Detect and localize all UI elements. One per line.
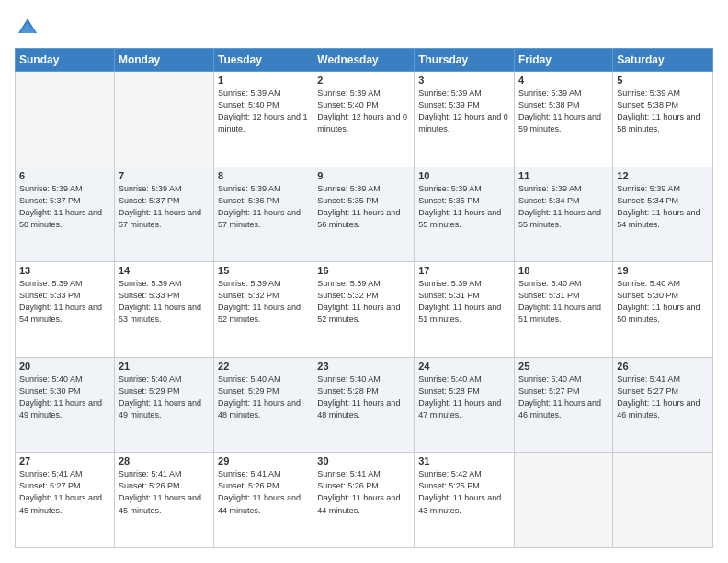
day-info: Sunrise: 5:40 AMSunset: 5:28 PMDaylight:… — [317, 373, 410, 421]
day-info: Sunrise: 5:41 AMSunset: 5:26 PMDaylight:… — [317, 468, 410, 516]
calendar-cell — [16, 72, 115, 167]
calendar-cell: 21Sunrise: 5:40 AMSunset: 5:29 PMDayligh… — [114, 357, 213, 453]
weekday-header-tuesday: Tuesday — [214, 49, 313, 72]
day-number: 25 — [518, 361, 609, 372]
calendar-cell: 28Sunrise: 5:41 AMSunset: 5:26 PMDayligh… — [114, 453, 213, 548]
day-info: Sunrise: 5:39 AMSunset: 5:34 PMDaylight:… — [617, 183, 709, 231]
calendar-cell: 7Sunrise: 5:39 AMSunset: 5:37 PMDaylight… — [114, 167, 213, 262]
day-number: 30 — [317, 455, 410, 466]
day-info: Sunrise: 5:39 AMSunset: 5:39 PMDaylight:… — [418, 87, 510, 135]
day-info: Sunrise: 5:40 AMSunset: 5:29 PMDaylight:… — [119, 373, 210, 421]
calendar-cell: 6Sunrise: 5:39 AMSunset: 5:37 PMDaylight… — [16, 167, 115, 262]
calendar-cell: 25Sunrise: 5:40 AMSunset: 5:27 PMDayligh… — [515, 357, 613, 453]
day-info: Sunrise: 5:39 AMSunset: 5:38 PMDaylight:… — [617, 87, 709, 135]
day-number: 20 — [19, 361, 110, 372]
day-number: 17 — [418, 265, 510, 276]
day-number: 31 — [418, 455, 510, 466]
calendar-cell: 14Sunrise: 5:39 AMSunset: 5:33 PMDayligh… — [114, 262, 213, 358]
calendar-cell: 9Sunrise: 5:39 AMSunset: 5:35 PMDaylight… — [313, 167, 415, 262]
day-number: 1 — [218, 75, 309, 86]
day-info: Sunrise: 5:41 AMSunset: 5:27 PMDaylight:… — [19, 468, 110, 516]
day-number: 21 — [119, 361, 210, 372]
day-number: 14 — [119, 265, 210, 276]
weekday-header-friday: Friday — [515, 49, 613, 72]
day-number: 28 — [119, 455, 210, 466]
calendar-cell: 5Sunrise: 5:39 AMSunset: 5:38 PMDaylight… — [613, 72, 713, 167]
calendar-cell: 29Sunrise: 5:41 AMSunset: 5:26 PMDayligh… — [214, 453, 313, 548]
calendar-cell: 12Sunrise: 5:39 AMSunset: 5:34 PMDayligh… — [613, 167, 713, 262]
day-number: 3 — [418, 75, 510, 86]
day-number: 5 — [617, 75, 709, 86]
weekday-header-monday: Monday — [114, 49, 213, 72]
day-info: Sunrise: 5:39 AMSunset: 5:40 PMDaylight:… — [218, 87, 309, 135]
calendar-cell: 30Sunrise: 5:41 AMSunset: 5:26 PMDayligh… — [313, 453, 415, 548]
day-number: 18 — [518, 265, 609, 276]
day-number: 19 — [617, 265, 709, 276]
day-info: Sunrise: 5:39 AMSunset: 5:40 PMDaylight:… — [317, 87, 410, 135]
day-number: 12 — [617, 170, 709, 181]
day-info: Sunrise: 5:39 AMSunset: 5:35 PMDaylight:… — [317, 183, 410, 231]
day-info: Sunrise: 5:39 AMSunset: 5:32 PMDaylight:… — [218, 278, 309, 326]
day-number: 26 — [617, 361, 709, 372]
day-info: Sunrise: 5:40 AMSunset: 5:27 PMDaylight:… — [518, 373, 609, 421]
day-number: 11 — [518, 170, 609, 181]
calendar-cell: 24Sunrise: 5:40 AMSunset: 5:28 PMDayligh… — [415, 357, 515, 453]
calendar-cell: 13Sunrise: 5:39 AMSunset: 5:33 PMDayligh… — [16, 262, 115, 358]
day-info: Sunrise: 5:39 AMSunset: 5:34 PMDaylight:… — [518, 183, 609, 231]
day-info: Sunrise: 5:39 AMSunset: 5:37 PMDaylight:… — [19, 183, 110, 231]
day-number: 9 — [317, 170, 410, 181]
weekday-header-wednesday: Wednesday — [313, 49, 415, 72]
day-number: 7 — [119, 170, 210, 181]
day-number: 15 — [218, 265, 309, 276]
day-number: 2 — [317, 75, 410, 86]
calendar-cell: 31Sunrise: 5:42 AMSunset: 5:25 PMDayligh… — [415, 453, 515, 548]
day-number: 27 — [19, 455, 110, 466]
calendar-cell: 11Sunrise: 5:39 AMSunset: 5:34 PMDayligh… — [515, 167, 613, 262]
calendar-cell: 15Sunrise: 5:39 AMSunset: 5:32 PMDayligh… — [214, 262, 313, 358]
day-info: Sunrise: 5:39 AMSunset: 5:31 PMDaylight:… — [418, 278, 510, 326]
day-number: 13 — [19, 265, 110, 276]
calendar-cell: 18Sunrise: 5:40 AMSunset: 5:31 PMDayligh… — [515, 262, 613, 358]
day-number: 22 — [218, 361, 309, 372]
calendar-cell — [613, 453, 713, 548]
day-number: 10 — [418, 170, 510, 181]
day-info: Sunrise: 5:39 AMSunset: 5:33 PMDaylight:… — [19, 278, 110, 326]
day-info: Sunrise: 5:40 AMSunset: 5:31 PMDaylight:… — [518, 278, 609, 326]
day-info: Sunrise: 5:39 AMSunset: 5:35 PMDaylight:… — [418, 183, 510, 231]
weekday-header-sunday: Sunday — [16, 49, 115, 72]
day-info: Sunrise: 5:40 AMSunset: 5:30 PMDaylight:… — [19, 373, 110, 421]
day-number: 29 — [218, 455, 309, 466]
logo — [15, 15, 44, 40]
day-info: Sunrise: 5:39 AMSunset: 5:36 PMDaylight:… — [218, 183, 309, 231]
day-number: 8 — [218, 170, 309, 181]
calendar-cell: 19Sunrise: 5:40 AMSunset: 5:30 PMDayligh… — [613, 262, 713, 358]
calendar-cell: 20Sunrise: 5:40 AMSunset: 5:30 PMDayligh… — [16, 357, 115, 453]
day-info: Sunrise: 5:41 AMSunset: 5:27 PMDaylight:… — [617, 373, 709, 421]
calendar-cell: 4Sunrise: 5:39 AMSunset: 5:38 PMDaylight… — [515, 72, 613, 167]
calendar-cell: 22Sunrise: 5:40 AMSunset: 5:29 PMDayligh… — [214, 357, 313, 453]
calendar-cell: 1Sunrise: 5:39 AMSunset: 5:40 PMDaylight… — [214, 72, 313, 167]
calendar-cell: 23Sunrise: 5:40 AMSunset: 5:28 PMDayligh… — [313, 357, 415, 453]
calendar-cell: 16Sunrise: 5:39 AMSunset: 5:32 PMDayligh… — [313, 262, 415, 358]
day-info: Sunrise: 5:39 AMSunset: 5:37 PMDaylight:… — [119, 183, 210, 231]
calendar-cell: 27Sunrise: 5:41 AMSunset: 5:27 PMDayligh… — [16, 453, 115, 548]
logo-icon — [15, 15, 40, 40]
calendar-cell: 10Sunrise: 5:39 AMSunset: 5:35 PMDayligh… — [415, 167, 515, 262]
day-number: 16 — [317, 265, 410, 276]
header — [15, 15, 713, 40]
day-info: Sunrise: 5:40 AMSunset: 5:29 PMDaylight:… — [218, 373, 309, 421]
calendar-cell: 3Sunrise: 5:39 AMSunset: 5:39 PMDaylight… — [415, 72, 515, 167]
day-number: 24 — [418, 361, 510, 372]
calendar-cell: 8Sunrise: 5:39 AMSunset: 5:36 PMDaylight… — [214, 167, 313, 262]
day-info: Sunrise: 5:40 AMSunset: 5:30 PMDaylight:… — [617, 278, 709, 326]
weekday-header-thursday: Thursday — [415, 49, 515, 72]
day-info: Sunrise: 5:42 AMSunset: 5:25 PMDaylight:… — [418, 468, 510, 516]
day-info: Sunrise: 5:41 AMSunset: 5:26 PMDaylight:… — [119, 468, 210, 516]
day-number: 6 — [19, 170, 110, 181]
day-info: Sunrise: 5:39 AMSunset: 5:33 PMDaylight:… — [119, 278, 210, 326]
day-info: Sunrise: 5:39 AMSunset: 5:32 PMDaylight:… — [317, 278, 410, 326]
weekday-header-saturday: Saturday — [613, 49, 713, 72]
calendar: SundayMondayTuesdayWednesdayThursdayFrid… — [15, 48, 713, 548]
calendar-cell: 2Sunrise: 5:39 AMSunset: 5:40 PMDaylight… — [313, 72, 415, 167]
calendar-cell: 26Sunrise: 5:41 AMSunset: 5:27 PMDayligh… — [613, 357, 713, 453]
